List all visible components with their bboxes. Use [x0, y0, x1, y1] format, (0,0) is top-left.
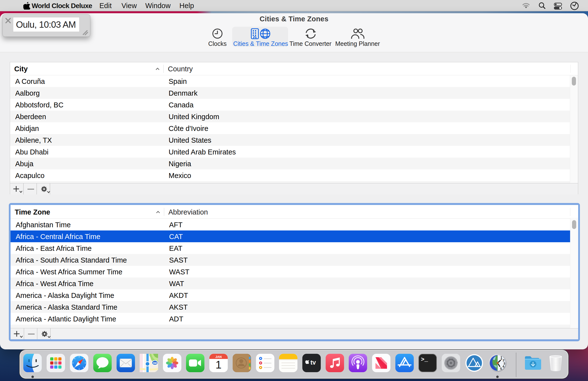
svg-text:>_: >_ [421, 356, 428, 363]
svg-text:280: 280 [153, 362, 157, 364]
svg-text:JAN: JAN [215, 355, 222, 359]
svg-text:tv: tv [311, 359, 316, 366]
svg-text:4: 4 [503, 365, 504, 368]
svg-text:1: 1 [501, 356, 502, 359]
svg-text:5: 5 [500, 367, 502, 370]
svg-text:1: 1 [215, 359, 221, 371]
